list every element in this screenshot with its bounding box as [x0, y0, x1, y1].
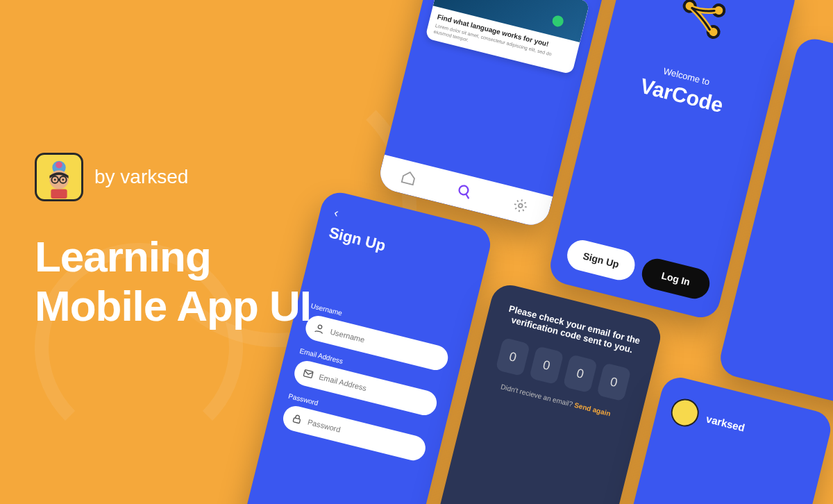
signup-button[interactable]: Sign Up	[564, 237, 638, 283]
svg-point-6	[54, 178, 56, 180]
user-icon	[313, 322, 326, 335]
code-digit[interactable]: 0	[529, 346, 564, 385]
svg-point-9	[458, 185, 469, 196]
svg-point-1	[56, 162, 62, 169]
mail-icon	[301, 367, 314, 380]
profile-avatar[interactable]	[668, 396, 701, 429]
author-avatar	[35, 153, 83, 201]
search-icon[interactable]	[455, 183, 474, 201]
svg-line-10	[465, 194, 470, 199]
title-line-2: Mobile App UI	[35, 282, 311, 330]
svg-point-7	[62, 178, 64, 180]
code-digit[interactable]: 0	[563, 354, 598, 393]
varcode-logo-icon	[666, 0, 733, 58]
svg-point-15	[318, 325, 322, 329]
profile-username: varksed	[705, 412, 746, 433]
gear-icon[interactable]	[512, 196, 530, 215]
byline-text: by varksed	[94, 166, 188, 188]
feature-card[interactable]: Find what language works for you! Lorem …	[425, 0, 590, 75]
author-row: by varksed	[35, 153, 311, 201]
svg-rect-8	[51, 189, 67, 199]
title-line-1: Learning	[35, 233, 211, 280]
svg-point-11	[519, 203, 523, 208]
resend-link[interactable]: Send again	[573, 401, 611, 418]
login-button[interactable]: Log In	[639, 255, 713, 302]
lock-icon	[290, 412, 303, 426]
home-icon[interactable]	[399, 169, 418, 187]
code-digit[interactable]: 0	[596, 362, 631, 401]
code-digit[interactable]: 0	[496, 337, 530, 376]
page-title: Learning Mobile App UI	[35, 232, 311, 331]
